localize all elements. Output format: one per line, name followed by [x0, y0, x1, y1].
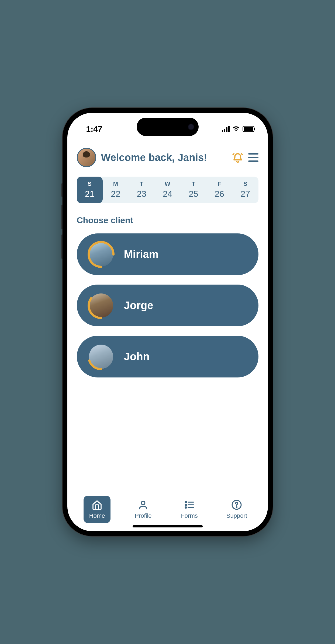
client-name: Miriam: [124, 248, 159, 260]
nav-home[interactable]: Home: [84, 496, 110, 523]
day-number: 24: [154, 189, 180, 199]
phone-frame: 1:47 Welcome back, Janis!: [63, 108, 273, 536]
day-label: F: [206, 180, 232, 187]
progress-ring-icon: [88, 241, 115, 268]
client-avatar-wrap: [88, 292, 115, 319]
nav-label: Home: [89, 512, 105, 519]
day-cell-24[interactable]: W24: [154, 177, 180, 203]
screen: 1:47 Welcome back, Janis!: [67, 113, 268, 531]
app-content: Welcome back, Janis! S21M22T23W24T25F26S…: [67, 140, 268, 490]
hamburger-menu-icon[interactable]: [248, 153, 258, 162]
camera-dot: [188, 124, 194, 130]
status-icons: [222, 125, 254, 132]
client-name: John: [124, 351, 150, 363]
nav-profile[interactable]: Profile: [130, 496, 157, 523]
client-card-jorge[interactable]: Jorge: [77, 285, 258, 326]
user-avatar[interactable]: [77, 148, 96, 167]
home-icon: [92, 499, 102, 510]
client-card-john[interactable]: John: [77, 336, 258, 377]
svg-point-0: [89, 242, 113, 267]
wifi-icon: [232, 125, 240, 132]
day-cell-27[interactable]: S27: [232, 177, 258, 203]
day-label: M: [103, 180, 129, 187]
day-number: 25: [181, 189, 206, 199]
week-strip: S21M22T23W24T25F26S27: [77, 177, 258, 203]
nav-label: Profile: [135, 512, 151, 519]
day-label: S: [77, 180, 103, 187]
client-avatar-wrap: [88, 343, 115, 370]
nav-forms[interactable]: Forms: [176, 496, 203, 523]
client-card-miriam[interactable]: Miriam: [77, 233, 258, 275]
home-indicator[interactable]: [133, 525, 203, 527]
dynamic-island: [137, 118, 199, 136]
nav-label: Forms: [181, 512, 198, 519]
forms-icon: [184, 499, 195, 510]
day-number: 21: [77, 189, 103, 199]
status-time: 1:47: [86, 124, 102, 134]
nav-label: Support: [226, 512, 247, 519]
svg-point-3: [141, 501, 145, 505]
svg-point-5: [185, 504, 187, 506]
header: Welcome back, Janis!: [77, 148, 258, 167]
notification-bell-icon[interactable]: [232, 152, 243, 163]
support-icon: [231, 499, 242, 510]
day-label: T: [181, 180, 206, 187]
choose-client-heading: Choose client: [77, 215, 258, 225]
progress-ring-icon: [88, 343, 115, 370]
svg-point-1: [89, 293, 113, 318]
day-number: 23: [129, 189, 154, 199]
day-cell-23[interactable]: T23: [129, 177, 154, 203]
day-cell-21[interactable]: S21: [77, 177, 103, 203]
day-cell-25[interactable]: T25: [181, 177, 206, 203]
svg-point-6: [185, 507, 187, 508]
day-cell-22[interactable]: M22: [103, 177, 129, 203]
profile-icon: [138, 499, 148, 510]
day-label: W: [154, 180, 180, 187]
svg-point-2: [89, 344, 113, 369]
day-number: 22: [103, 189, 129, 199]
welcome-text: Welcome back, Janis!: [101, 152, 227, 163]
day-label: S: [232, 180, 258, 187]
day-number: 26: [206, 189, 232, 199]
nav-support[interactable]: Support: [222, 496, 251, 523]
svg-point-4: [185, 502, 187, 503]
client-list: MiriamJorgeJohn: [77, 233, 258, 377]
cellular-signal-icon: [222, 126, 230, 132]
day-label: T: [129, 180, 154, 187]
battery-icon: [243, 126, 254, 132]
svg-point-11: [236, 507, 237, 508]
day-cell-26[interactable]: F26: [206, 177, 232, 203]
progress-ring-icon: [88, 292, 115, 319]
day-number: 27: [232, 189, 258, 199]
client-name: Jorge: [124, 299, 153, 312]
client-avatar-wrap: [88, 241, 115, 268]
